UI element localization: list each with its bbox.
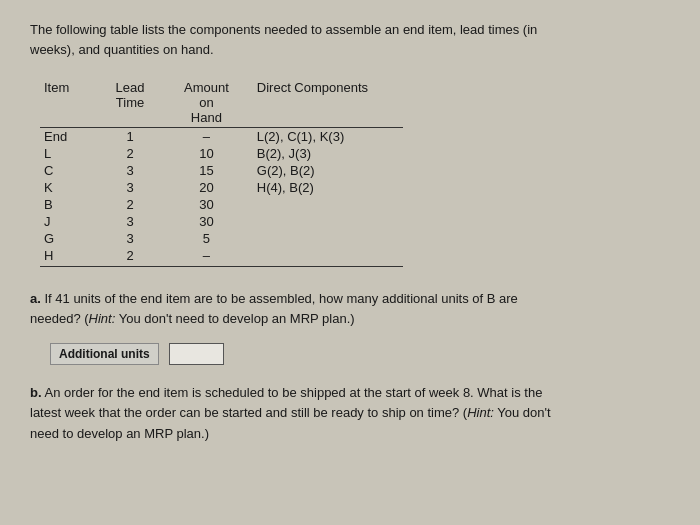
cell-amount-on-hand: 10 (170, 145, 243, 162)
cell-lead-time: 2 (90, 145, 170, 162)
intro-text: The following table lists the components… (30, 20, 550, 59)
table-row: H2– (40, 247, 403, 267)
cell-direct-components (243, 230, 403, 247)
cell-direct-components (243, 213, 403, 230)
cell-direct-components: B(2), J(3) (243, 145, 403, 162)
cell-direct-components (243, 247, 403, 267)
question-b-hint-word: Hint: (467, 405, 494, 420)
cell-amount-on-hand: – (170, 128, 243, 146)
cell-item: B (40, 196, 90, 213)
cell-amount-on-hand: – (170, 247, 243, 267)
cell-lead-time: 1 (90, 128, 170, 146)
cell-item: L (40, 145, 90, 162)
col-header-item: Item (40, 79, 90, 128)
cell-direct-components (243, 196, 403, 213)
cell-item: K (40, 179, 90, 196)
cell-lead-time: 3 (90, 162, 170, 179)
question-a-hint-rest: You don't need to develop an MRP plan.) (115, 311, 354, 326)
cell-lead-time: 3 (90, 179, 170, 196)
cell-item: H (40, 247, 90, 267)
cell-lead-time: 2 (90, 247, 170, 267)
cell-item: C (40, 162, 90, 179)
col-header-direct-components: Direct Components (243, 79, 403, 128)
question-a-label: a. (30, 291, 41, 306)
cell-amount-on-hand: 15 (170, 162, 243, 179)
cell-amount-on-hand: 20 (170, 179, 243, 196)
cell-lead-time: 3 (90, 230, 170, 247)
cell-lead-time: 2 (90, 196, 170, 213)
question-b-text: An order for the end item is scheduled t… (30, 385, 542, 420)
table-row: G35 (40, 230, 403, 247)
table-body: End1–L(2), C(1), K(3)L210B(2), J(3)C315G… (40, 128, 403, 267)
cell-direct-components: G(2), B(2) (243, 162, 403, 179)
answer-row-a: Additional units (50, 343, 670, 365)
table-header-row: Item Lead Time Amount on Hand Direct Com… (40, 79, 403, 128)
col-header-amount: Amount on Hand (170, 79, 243, 128)
question-b-label: b. (30, 385, 42, 400)
cell-amount-on-hand: 30 (170, 213, 243, 230)
table-row: B230 (40, 196, 403, 213)
table-row: J330 (40, 213, 403, 230)
col-header-lead-time: Lead Time (90, 79, 170, 128)
table-row: C315G(2), B(2) (40, 162, 403, 179)
table-row: End1–L(2), C(1), K(3) (40, 128, 403, 146)
additional-units-input[interactable] (169, 343, 224, 365)
cell-direct-components: L(2), C(1), K(3) (243, 128, 403, 146)
cell-item: J (40, 213, 90, 230)
question-a: a. If 41 units of the end item are to be… (30, 289, 560, 329)
data-table-wrapper: Item Lead Time Amount on Hand Direct Com… (40, 79, 670, 267)
cell-direct-components: H(4), B(2) (243, 179, 403, 196)
table-row: L210B(2), J(3) (40, 145, 403, 162)
cell-item: End (40, 128, 90, 146)
amount-line1: Amount (184, 80, 229, 95)
cell-amount-on-hand: 5 (170, 230, 243, 247)
question-a-hint-word: Hint: (89, 311, 116, 326)
amount-line2: on Hand (191, 95, 222, 125)
question-b: b. An order for the end item is schedule… (30, 383, 560, 443)
additional-units-label: Additional units (50, 343, 159, 365)
cell-item: G (40, 230, 90, 247)
table-row: K320H(4), B(2) (40, 179, 403, 196)
cell-lead-time: 3 (90, 213, 170, 230)
components-table: Item Lead Time Amount on Hand Direct Com… (40, 79, 403, 267)
cell-amount-on-hand: 30 (170, 196, 243, 213)
